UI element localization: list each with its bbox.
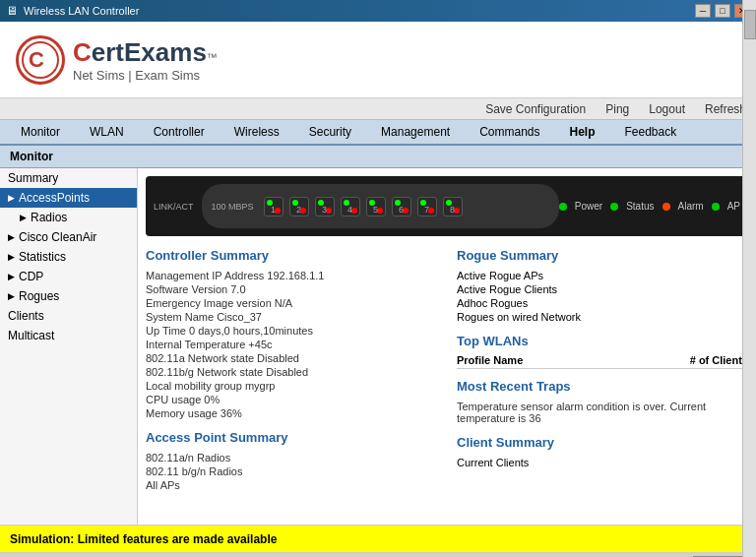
simulation-message: Simulation: Limited features are made av… (10, 532, 277, 546)
rogues-wired-label: Rogues on wired Network (457, 311, 581, 323)
top-nav-bar: Save Configuration Ping Logout Refresh (0, 98, 756, 120)
arrow-icon-rogues: ▶ (8, 291, 15, 301)
80211a-row: 802.11a Network state Disabled (146, 351, 437, 365)
nav-wlan[interactable]: WLAN (75, 120, 139, 144)
ap-dot-6: 6 (392, 197, 411, 217)
title-bar-text: Wireless LAN Controller (24, 5, 139, 17)
nav-security[interactable]: Security (294, 120, 366, 144)
controller-summary-title: Controller Summary (146, 248, 437, 263)
ap-dot-7: 7 (417, 197, 437, 217)
sidebar-item-statistics[interactable]: ▶ Statistics (0, 247, 137, 267)
sw-version-row: Software Version 7.0 (146, 282, 437, 296)
uptime-row: Up Time 0 days,0 hours,10minutes (146, 324, 437, 338)
sidebar-label-cdp: CDP (19, 270, 43, 283)
most-recent-traps-title: Most Recent Traps (457, 379, 748, 394)
sidebar-item-cdp[interactable]: ▶ CDP (0, 267, 137, 286)
scrollbar-track[interactable] (742, 0, 756, 557)
system-name-row: System Name Cisco_37 (146, 310, 437, 324)
sidebar-item-summary[interactable]: Summary (0, 168, 137, 188)
logo-cert: C (73, 37, 92, 68)
ap-dot-2: 2 (289, 197, 309, 217)
top-wlans-col2: # of Clients (690, 354, 748, 366)
title-bar: 🖥 Wireless LAN Controller ─ □ ✕ (0, 0, 756, 22)
rogue-aps-row: Active Rogue APs 0 (457, 269, 748, 282)
sidebar-label-clients: Clients (8, 309, 44, 323)
rogue-clients-row: Active Rogue Clients 0 (457, 282, 748, 296)
80211bg-row: 802.11b/g Network state Disabled (146, 365, 437, 379)
logo-subtitle: Net Sims | Exam Sims (73, 68, 218, 83)
nav-help[interactable]: Help (555, 120, 610, 144)
sidebar-item-multicast[interactable]: Multicast (0, 326, 137, 345)
main-nav-bar: Monitor WLAN Controller Wireless Securit… (0, 120, 756, 146)
section-header: Monitor (0, 146, 756, 168)
left-col: Controller Summary Management IP Address… (146, 244, 437, 492)
arrow-icon-statistics: ▶ (8, 252, 15, 262)
content-area: Summary ▶ AccessPoints ▶ Radios ▶ Cisco … (0, 168, 756, 525)
rogue-aps-label: Active Rogue APs (457, 270, 543, 281)
nav-commands[interactable]: Commands (465, 120, 554, 144)
ap-dot-8: 8 (443, 197, 463, 217)
mgmt-ip-row: Management IP Address 192.168.1.1 (146, 269, 437, 282)
right-col: Rogue Summary Active Rogue APs 0 Active … (457, 244, 748, 492)
client-summary-title: Client Summary (457, 435, 748, 450)
ap-led (712, 203, 720, 211)
arrow-icon-ap: ▶ (8, 193, 15, 203)
ap-80211bgn-row: 802.11 b/g/n Radios (146, 464, 437, 478)
ap-80211an-row: 802.11a/n Radios (146, 451, 437, 464)
link-lact-label: LINK/ACT (154, 202, 194, 212)
sidebar-item-accesspoints[interactable]: ▶ AccessPoints (0, 188, 137, 208)
rogues-wired-row: Rogues on wired Network 0 (457, 310, 748, 324)
minimize-button[interactable]: ─ (695, 4, 711, 18)
mobility-row: Local mobility group mygrp (146, 379, 437, 393)
sidebar-item-rogues[interactable]: ▶ Rogues (0, 286, 137, 306)
cpu-row: CPU usage 0% (146, 393, 437, 406)
sidebar-label-accesspoints: AccessPoints (19, 191, 90, 205)
sidebar: Summary ▶ AccessPoints ▶ Radios ▶ Cisco … (0, 168, 138, 525)
ap-dot-3: 3 (315, 197, 335, 217)
nav-wireless[interactable]: Wireless (220, 120, 294, 144)
sidebar-label-radios: Radios (31, 211, 67, 224)
ping-link[interactable]: Ping (605, 102, 629, 116)
emergency-row: Emergency Image version N/A (146, 296, 437, 310)
summary-two-col: Controller Summary Management IP Address… (138, 244, 756, 492)
logo-trademark: ™ (207, 51, 218, 63)
ap-summary-title: Access Point Summary (146, 430, 437, 445)
nav-management[interactable]: Management (366, 120, 465, 144)
current-clients-row: Current Clients 0 (457, 456, 748, 469)
arrow-icon-radios: ▶ (20, 213, 27, 222)
sidebar-label-statistics: Statistics (19, 250, 66, 264)
ap-strip: LINK/ACT 100 MBPS 1 2 3 4 (146, 176, 748, 236)
ap-label: AP (727, 201, 740, 212)
sidebar-item-radios[interactable]: ▶ Radios (0, 208, 137, 227)
ap-legend: Power Status Alarm AP (559, 201, 740, 212)
memory-row: Memory usage 36% (146, 406, 437, 420)
bottom-simulation-bar: Simulation: Limited features are made av… (0, 525, 756, 552)
sidebar-item-cleanair[interactable]: ▶ Cisco CleanAir (0, 227, 137, 247)
svg-text:C: C (29, 47, 44, 72)
scrollbar-thumb[interactable] (744, 10, 756, 39)
arrow-icon-cdp: ▶ (8, 272, 15, 281)
rogue-summary-title: Rogue Summary (457, 248, 748, 263)
maximize-button[interactable]: □ (715, 4, 730, 18)
logo-text: C ertExams ™ Net Sims | Exam Sims (73, 37, 218, 83)
adhoc-row: Adhoc Rogues 0 (457, 296, 748, 310)
sidebar-item-clients[interactable]: Clients (0, 306, 137, 326)
ap-dot-1: 1 (264, 197, 284, 217)
logo-area: C C ertExams ™ Net Sims | Exam Sims (0, 22, 756, 98)
trap-message: Temperature sensor alarm condition is ov… (457, 400, 748, 425)
logout-link[interactable]: Logout (649, 102, 685, 116)
nav-feedback[interactable]: Feedback (610, 120, 692, 144)
arrow-icon-cleanair: ▶ (8, 232, 15, 242)
current-clients-label: Current Clients (457, 457, 529, 468)
exit-bar: Exit (0, 552, 756, 557)
save-config-link[interactable]: Save Configuration (485, 102, 586, 116)
top-wlans-title: Top WLANs (457, 334, 748, 348)
nav-controller[interactable]: Controller (139, 120, 220, 144)
nav-monitor[interactable]: Monitor (6, 120, 75, 144)
rogue-clients-label: Active Rogue Clients (457, 283, 557, 295)
ap-all-row: All APs (146, 478, 437, 492)
refresh-link[interactable]: Refresh (705, 102, 746, 116)
logo-icon: C (16, 35, 65, 85)
adhoc-label: Adhoc Rogues (457, 297, 528, 309)
power-label: Power (575, 201, 602, 212)
